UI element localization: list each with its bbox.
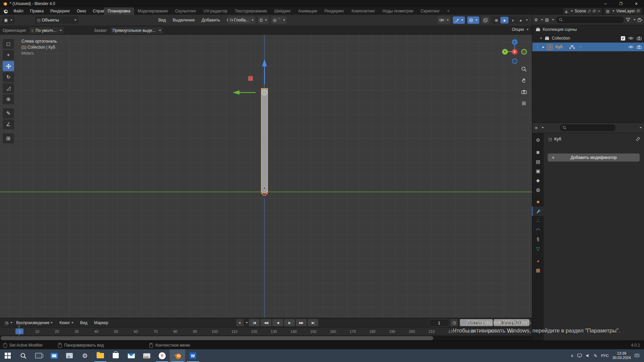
tray-chevron-icon[interactable]: ∧: [571, 353, 574, 358]
proportional-editing-toggle[interactable]: ◎ ⌒: [271, 16, 287, 24]
gizmo-x-ball[interactable]: X: [512, 49, 518, 55]
tab-Скриптинг[interactable]: Скриптинг: [417, 7, 443, 15]
stopwatch-icon[interactable]: ◷: [450, 319, 458, 326]
scene-selector[interactable]: ◭ Scene ×: [563, 8, 602, 14]
toggle-ortho-icon[interactable]: ⊞: [520, 99, 528, 107]
tab-UV-редактор[interactable]: UV-редактор: [200, 7, 231, 15]
show-overlays-toggle[interactable]: [467, 16, 479, 24]
camera-view-icon[interactable]: [520, 88, 528, 96]
frame-start-button[interactable]: Начало 1: [460, 319, 493, 326]
outliner-display-mode-icon[interactable]: ▤: [545, 17, 549, 22]
tab-Скульптинг[interactable]: Скульптинг: [171, 7, 200, 15]
filter-icon[interactable]: [626, 18, 630, 22]
mode-dropdown[interactable]: ◳ Объекты: [35, 16, 78, 24]
tab-+[interactable]: +: [443, 7, 453, 15]
add-modifier-button[interactable]: + Добавить модификатор: [548, 154, 640, 162]
shading-rendered-icon[interactable]: ◕: [517, 17, 525, 23]
tab-Текстурирование[interactable]: Текстурирование: [231, 7, 271, 15]
transform-orientation-dropdown[interactable]: ⤒a Глоба...: [228, 16, 255, 24]
jump-to-start-button[interactable]: |◀: [249, 319, 260, 326]
taskbar-blender[interactable]: [170, 349, 185, 362]
properties-tab-output[interactable]: ▤: [532, 157, 544, 166]
taskbar-mail[interactable]: [123, 349, 139, 362]
pin-icon[interactable]: [636, 137, 640, 141]
tab-Ноды геометрии[interactable]: Ноды геометрии: [379, 7, 417, 15]
taskbar-settings[interactable]: ⚙: [77, 349, 93, 362]
tab-Моделирование[interactable]: Моделирование: [134, 7, 172, 15]
tool-measure[interactable]: ∠: [3, 119, 14, 129]
maximize-button[interactable]: ❐: [613, 0, 629, 7]
display-icon[interactable]: [577, 354, 582, 358]
properties-tab-render[interactable]: ◙: [532, 147, 544, 157]
view-layer-selector[interactable]: ▥ ViewLayer: [604, 8, 642, 14]
timeline-menu-Маркер[interactable]: Маркер: [91, 318, 111, 327]
shading-solid-icon[interactable]: ●: [500, 17, 508, 23]
outliner-editor-icon[interactable]: ≣: [534, 17, 538, 22]
gizmo-z-neg-ball[interactable]: [512, 58, 518, 64]
new-collection-icon[interactable]: [638, 18, 642, 22]
taskbar-task-view[interactable]: [31, 349, 46, 362]
taskbar-photos-app[interactable]: [62, 349, 77, 362]
cube-object-row[interactable]: ▶ ▽ Куб ▞▚ ▽: [532, 43, 644, 51]
outliner-search[interactable]: [556, 16, 624, 23]
unlink-scene-icon[interactable]: ×: [598, 9, 600, 13]
viewport-menu-Вид[interactable]: Вид: [155, 15, 169, 25]
properties-editor-icon[interactable]: ≡: [535, 125, 538, 130]
properties-tab-object-data[interactable]: ▽: [532, 244, 544, 253]
menu-Правка[interactable]: Правка: [27, 7, 47, 15]
properties-tab-texture[interactable]: ▩: [532, 265, 544, 275]
menu-Рендеринг[interactable]: Рендеринг: [47, 7, 73, 15]
taskbar-store[interactable]: [108, 349, 123, 362]
menu-Файл[interactable]: Файл: [10, 7, 27, 15]
tool-tweak-select[interactable]: ◻: [3, 39, 14, 49]
tool-move[interactable]: [3, 61, 14, 71]
scene-collection-row[interactable]: Коллекция сцены: [532, 25, 644, 34]
timeline-ruler[interactable]: 1 11020304050607080901001101201301401501…: [0, 327, 532, 336]
properties-tab-constraints[interactable]: §: [532, 235, 544, 244]
next-keyframe-button[interactable]: ▶▶: [296, 319, 307, 326]
expand-icon[interactable]: ▶: [542, 46, 544, 49]
mesh-data-icon[interactable]: ▽: [579, 45, 582, 49]
close-button[interactable]: ✕: [629, 0, 644, 7]
blender-app-icon[interactable]: [3, 9, 8, 14]
zoom-icon[interactable]: [520, 65, 528, 73]
snap-toggle[interactable]: Ω: [258, 16, 269, 24]
properties-search[interactable]: [560, 124, 615, 131]
properties-tab-view-layer[interactable]: ▣: [532, 166, 544, 176]
tool-rotate[interactable]: ↻: [3, 72, 14, 82]
pin-icon[interactable]: [588, 9, 591, 13]
tab-Шейдинг[interactable]: Шейдинг: [271, 7, 294, 15]
timeline-menu-Вид[interactable]: Вид: [77, 318, 91, 327]
tab-Анимация[interactable]: Анимация: [294, 7, 321, 15]
show-gizmo-toggle[interactable]: [453, 16, 465, 24]
frame-end-button[interactable]: Конец 250: [494, 319, 529, 326]
tab-Композитинг[interactable]: Композитинг: [348, 7, 379, 15]
play-reverse-button[interactable]: ◀: [272, 319, 283, 326]
pan-hand-icon[interactable]: [520, 76, 528, 84]
properties-tab-object[interactable]: ■: [532, 197, 544, 206]
properties-options-caret[interactable]: [640, 127, 642, 128]
tool-scale[interactable]: ◿: [3, 83, 14, 93]
taskbar-scanner-app[interactable]: [139, 349, 154, 362]
properties-tab-material[interactable]: ◕: [532, 256, 544, 265]
properties-tab-scene[interactable]: ◆: [532, 176, 544, 185]
timeline-menu-Кеинг[interactable]: Кеинг: [56, 318, 76, 327]
volume-icon[interactable]: [586, 354, 590, 358]
tool-add-cube[interactable]: ⊞: [3, 133, 14, 143]
properties-tab-physics[interactable]: ◠: [532, 225, 544, 235]
hide-eye-icon[interactable]: [628, 45, 634, 49]
xray-toggle[interactable]: [482, 16, 489, 24]
options-dropdown[interactable]: Опции: [512, 27, 529, 32]
visibility-dropdown[interactable]: [437, 16, 450, 24]
timeline-scrollbar[interactable]: [0, 336, 532, 341]
auto-keying-button[interactable]: ●: [236, 319, 244, 326]
shading-material-icon[interactable]: ◑: [508, 17, 517, 23]
gizmo-y-neg-ball[interactable]: [521, 49, 527, 55]
notifications-icon[interactable]: [635, 354, 639, 358]
minimize-button[interactable]: ─: [598, 0, 613, 7]
jump-to-end-button[interactable]: ▶|: [308, 319, 318, 326]
menu-Окно[interactable]: Окно: [73, 7, 90, 15]
shading-wireframe-icon[interactable]: ⊕: [492, 17, 500, 23]
properties-tab-particles[interactable]: ∴: [532, 216, 544, 225]
viewport-menu-Выделение[interactable]: Выделение: [169, 15, 198, 25]
